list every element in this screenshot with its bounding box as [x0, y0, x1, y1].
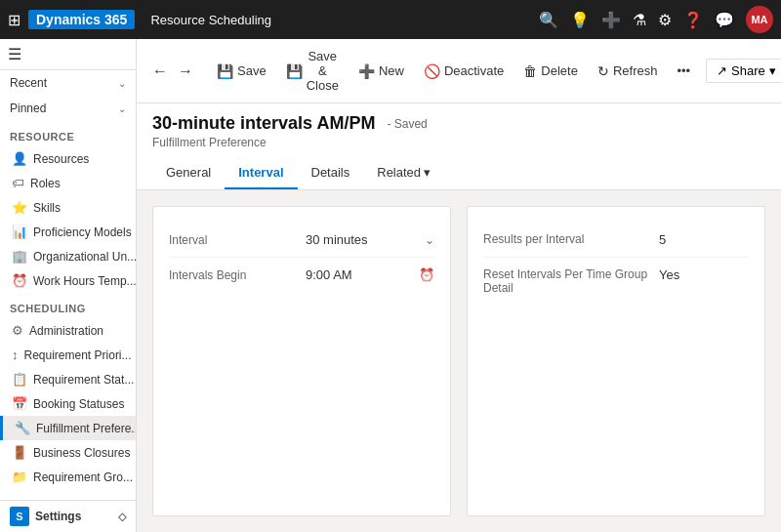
tab-interval[interactable]: Interval — [225, 157, 297, 189]
more-button[interactable]: ••• — [669, 60, 698, 82]
resources-icon: 👤 — [12, 151, 27, 166]
req-groups-icon: 📁 — [12, 470, 27, 484]
chat-icon[interactable]: 💬 — [715, 11, 734, 29]
sidebar-item-business-closures[interactable]: 🚪 Business Closures — [0, 440, 136, 465]
toolbar: ← → 💾 Save 💾 Save & Close ➕ New 🚫 Deacti… — [137, 39, 781, 103]
settings-nav[interactable]: S Settings ◇ — [0, 500, 136, 532]
deactivate-button[interactable]: 🚫 Deactivate — [416, 60, 512, 83]
proficiency-icon: 📊 — [12, 225, 27, 239]
sidebar-top: ☰ — [0, 39, 136, 70]
work-hours-label: Work Hours Temp... — [33, 274, 136, 288]
settings-icon[interactable]: ⚙ — [658, 11, 672, 29]
admin-icon: ⚙ — [12, 323, 23, 338]
pinned-section[interactable]: Pinned ⌄ — [0, 96, 136, 121]
interval-dropdown-icon[interactable]: ⌄ — [425, 233, 434, 247]
results-card: Results per Interval 5 Reset Intervals P… — [467, 206, 765, 516]
avatar[interactable]: MA — [746, 6, 773, 33]
intervals-begin-label: Intervals Begin — [169, 268, 306, 282]
req-priority-icon: ↕ — [12, 348, 19, 362]
search-icon[interactable]: 🔍 — [539, 11, 558, 29]
new-button[interactable]: ➕ New — [350, 60, 412, 83]
interval-card: Interval 30 minutes ⌄ Intervals Begin 9:… — [152, 206, 451, 516]
grid-icon[interactable]: ⊞ — [8, 11, 21, 29]
pinned-chevron: ⌄ — [118, 103, 126, 114]
work-hours-icon: ⏰ — [12, 273, 27, 288]
sidebar-item-org-units[interactable]: 🏢 Organizational Un... — [0, 244, 136, 268]
sidebar-item-skills[interactable]: ⭐ Skills — [0, 195, 136, 220]
closures-label: Business Closures — [33, 446, 130, 460]
results-per-interval-field: Results per Interval 5 — [483, 223, 749, 258]
tab-bar: General Interval Details Related ▾ — [152, 157, 765, 189]
req-status-icon: 📋 — [12, 372, 27, 387]
tab-related[interactable]: Related ▾ — [363, 157, 444, 189]
skills-icon: ⭐ — [12, 200, 27, 215]
tab-details[interactable]: Details — [298, 157, 364, 189]
refresh-button[interactable]: ↻ Refresh — [590, 60, 666, 83]
settings-s-icon: S — [10, 507, 29, 526]
save-close-button[interactable]: 💾 Save & Close — [278, 45, 347, 97]
clock-icon[interactable]: ⏰ — [419, 267, 434, 282]
sidebar-item-roles[interactable]: 🏷 Roles — [0, 171, 136, 195]
intervals-begin-value[interactable]: 9:00 AM ⏰ — [306, 267, 434, 282]
sidebar-item-req-priority[interactable]: ↕ Requirement Priori... — [0, 343, 136, 367]
results-per-interval-value: 5 — [659, 232, 666, 247]
forward-button[interactable]: → — [174, 61, 197, 82]
req-groups-label: Requirement Gro... — [33, 471, 133, 484]
content-area: ← → 💾 Save 💾 Save & Close ➕ New 🚫 Deacti… — [137, 39, 781, 532]
filter-icon[interactable]: ⚗ — [633, 11, 646, 29]
share-drop-icon: ▾ — [769, 63, 776, 78]
reset-intervals-field: Reset Intervals Per Time Group Detail Ye… — [483, 258, 749, 305]
back-button[interactable]: ← — [148, 61, 172, 82]
resource-group-label: Resource — [0, 121, 136, 146]
add-icon[interactable]: ➕ — [601, 11, 621, 29]
share-icon: ↗ — [717, 63, 727, 78]
scheduling-group-label: Scheduling — [0, 293, 136, 318]
booking-label: Booking Statuses — [33, 397, 124, 411]
booking-icon: 📅 — [12, 396, 27, 411]
recent-chevron: ⌄ — [118, 78, 126, 89]
interval-label: Interval — [169, 233, 306, 247]
details-tab-label: Details — [311, 165, 350, 180]
recent-section[interactable]: Recent ⌄ — [0, 70, 136, 96]
fulfillment-icon: 🔧 — [15, 421, 30, 435]
admin-label: Administration — [29, 324, 103, 338]
more-icon: ••• — [677, 63, 690, 78]
sidebar-item-proficiency[interactable]: 📊 Proficiency Models — [0, 220, 136, 244]
page-title-row: 30-minute intervals AM/PM - Saved — [152, 113, 765, 134]
related-drop-icon: ▾ — [424, 165, 431, 180]
sidebar-item-req-status[interactable]: 📋 Requirement Stat... — [0, 367, 136, 391]
sidebar-item-work-hours[interactable]: ⏰ Work Hours Temp... — [0, 268, 136, 293]
lightbulb-icon[interactable]: 💡 — [570, 11, 590, 29]
req-status-label: Requirement Stat... — [33, 373, 134, 387]
org-label: Organizational Un... — [33, 250, 136, 264]
main-layout: ☰ Recent ⌄ Pinned ⌄ Resource 👤 Resources… — [0, 39, 781, 532]
intervals-begin-field: Intervals Begin 9:00 AM ⏰ — [169, 258, 434, 292]
share-label: Share — [731, 63, 765, 78]
nav-icons: 🔍 💡 ➕ ⚗ ⚙ ❓ 💬 MA — [539, 6, 773, 33]
sidebar-item-resources[interactable]: 👤 Resources — [0, 146, 136, 171]
new-icon: ➕ — [358, 63, 375, 79]
hamburger-icon[interactable]: ☰ — [8, 46, 21, 62]
sidebar-item-fulfillment[interactable]: 🔧 Fulfillment Prefere... — [0, 416, 136, 440]
save-button[interactable]: 💾 Save — [209, 60, 274, 83]
sidebar-item-req-groups[interactable]: 📁 Requirement Gro... — [0, 465, 136, 489]
tab-general[interactable]: General — [152, 157, 225, 189]
interval-text: 30 minutes — [306, 232, 368, 247]
save-close-icon: 💾 — [286, 63, 303, 79]
page-subtitle: Fulfillment Preference — [152, 136, 765, 149]
interval-value[interactable]: 30 minutes ⌄ — [306, 232, 434, 247]
reset-intervals-value: Yes — [659, 267, 679, 282]
delete-button[interactable]: 🗑 Delete — [515, 60, 586, 83]
sidebar-item-booking-statuses[interactable]: 📅 Booking Statuses — [0, 391, 136, 416]
recent-label: Recent — [10, 76, 47, 90]
help-icon[interactable]: ❓ — [683, 11, 703, 29]
share-button[interactable]: ↗ Share ▾ — [706, 59, 781, 83]
roles-icon: 🏷 — [12, 176, 24, 190]
save-icon: 💾 — [217, 63, 233, 79]
roles-label: Roles — [30, 177, 61, 190]
app-name[interactable]: Dynamics 365 — [28, 10, 135, 29]
sidebar-item-administration[interactable]: ⚙ Administration — [0, 318, 136, 343]
interval-tab-label: Interval — [238, 165, 283, 180]
top-navigation: ⊞ Dynamics 365 Resource Scheduling 🔍 💡 ➕… — [0, 0, 781, 39]
related-tab-label: Related — [377, 165, 421, 180]
